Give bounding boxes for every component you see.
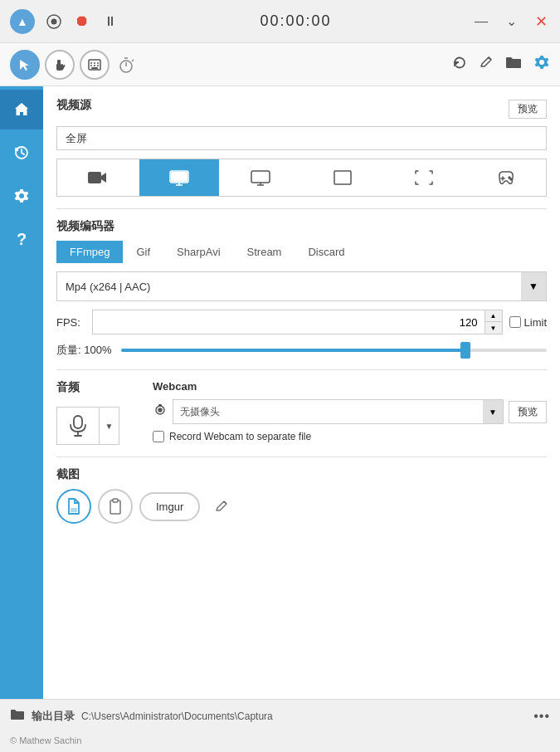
record-icon[interactable]: ⏺ [73, 12, 91, 31]
svg-point-15 [539, 60, 544, 65]
title-bar-left: ▲ ⏺ ⏸ [10, 9, 119, 34]
webcam-checkbox-label: Record Webcam to separate file [169, 431, 311, 442]
gear-icon[interactable] [533, 54, 550, 75]
stopwatch-icon[interactable] [114, 53, 138, 76]
webcam-preview-button[interactable]: 预览 [509, 401, 547, 423]
svg-line-13 [132, 60, 134, 61]
source-region-button[interactable] [303, 159, 383, 196]
footer: 输出目录 C:\Users\Administrator\Documents\Ca… [0, 699, 560, 732]
svg-rect-23 [171, 172, 187, 182]
quality-thumb[interactable] [460, 342, 470, 359]
up-arrow-icon[interactable]: ▲ [10, 9, 35, 34]
screenshot-icon[interactable] [45, 12, 63, 31]
divider-3 [56, 457, 547, 457]
divider-1 [56, 208, 547, 209]
fps-spinners: ▲ ▼ [485, 310, 502, 334]
svg-point-31 [510, 178, 512, 180]
folder-icon[interactable] [505, 56, 522, 73]
screenshot-imgur-button[interactable]: Imgur [139, 492, 200, 521]
audio-mic-button[interactable] [57, 408, 99, 444]
audio-label: 音频 [56, 380, 139, 395]
svg-marker-19 [101, 173, 106, 183]
divider-2 [56, 369, 547, 370]
fps-spin-down[interactable]: ▼ [485, 322, 502, 334]
copyright: © Mathew Sachin [0, 732, 560, 752]
video-source-label: 视频源 [56, 98, 91, 113]
footer-more-button[interactable]: ••• [533, 709, 550, 724]
fps-input-wrap: ▲ ▼ [92, 310, 503, 334]
webcam-dropdown-arrow[interactable]: ▼ [483, 400, 503, 423]
svg-rect-24 [251, 171, 270, 183]
hand-tool-button[interactable] [45, 50, 75, 80]
sidebar-item-history[interactable] [0, 133, 43, 173]
svg-rect-37 [158, 404, 162, 407]
cursor-tool-button[interactable] [10, 50, 40, 80]
limit-checkbox[interactable] [509, 316, 521, 328]
sidebar-item-settings[interactable] [0, 176, 43, 216]
format-dropdown-arrow[interactable]: ▼ [521, 272, 546, 300]
svg-rect-27 [334, 171, 351, 184]
refresh-icon[interactable] [452, 55, 467, 74]
source-monitor-button[interactable] [221, 159, 301, 196]
quality-track [121, 349, 547, 352]
limit-label: Limit [524, 316, 547, 329]
quality-slider-wrap[interactable] [121, 343, 547, 358]
svg-point-30 [509, 177, 510, 178]
quality-label: 质量: 100% [56, 343, 114, 358]
sidebar-item-home[interactable] [0, 90, 43, 129]
webcam-separate-file-checkbox[interactable] [153, 431, 164, 442]
toolbar-right [452, 54, 550, 75]
source-webcam-button[interactable] [57, 159, 138, 196]
pause-icon[interactable]: ⏸ [101, 12, 119, 31]
svg-point-1 [51, 18, 57, 24]
encoder-tab-discard[interactable]: Discard [295, 241, 358, 263]
close-icon[interactable]: ✕ [532, 12, 550, 31]
webcam-select-row: 无摄像头 ▼ 预览 [153, 399, 547, 424]
fps-input[interactable] [93, 313, 485, 332]
encoder-tabs: FFmpeg Gif SharpAvi Stream Discard [56, 241, 547, 263]
svg-rect-32 [74, 416, 82, 428]
webcam-checkbox-row: Record Webcam to separate file [153, 431, 547, 442]
toolbar-left [10, 50, 138, 80]
encoder-tab-stream[interactable]: Stream [234, 241, 295, 263]
audio-webcam-row: 音频 ▼ Webcam [56, 380, 547, 445]
minimize-icon[interactable]: — [472, 12, 490, 31]
svg-line-41 [224, 501, 226, 504]
video-preview-button[interactable]: 预览 [509, 100, 547, 119]
chevron-down-icon[interactable]: ⌄ [502, 12, 520, 31]
sidebar-item-help[interactable]: ? [0, 219, 43, 259]
footer-label: 输出目录 [32, 709, 75, 724]
format-dropdown-value: Mp4 (x264 | AAC) [57, 275, 521, 299]
audio-btn-wrap: ▼ [56, 407, 119, 445]
video-encoder-label: 视频编码器 [56, 219, 547, 234]
pencil-icon[interactable] [479, 55, 494, 74]
main-layout: ? 视频源 预览 [0, 86, 560, 699]
screenshot-buttons: Imgur [56, 489, 547, 524]
source-screen-button[interactable] [139, 159, 220, 196]
format-dropdown[interactable]: Mp4 (x264 | AAC) ▼ [56, 271, 547, 301]
svg-line-14 [489, 57, 491, 60]
screenshot-save-button[interactable] [56, 489, 91, 524]
webcam-dropdown[interactable]: 无摄像头 ▼ [173, 399, 504, 424]
footer-folder-icon [10, 709, 25, 724]
toolbar [0, 43, 560, 86]
encoder-tab-ffmpeg[interactable]: FFmpeg [56, 241, 123, 263]
audio-dropdown-button[interactable]: ▼ [99, 408, 119, 444]
fps-label: FPS: [56, 316, 85, 329]
webcam-dropdown-value: 无摄像头 [173, 401, 483, 423]
fps-spin-up[interactable]: ▲ [485, 310, 502, 322]
footer-path: C:\Users\Administrator\Documents\Captura [81, 710, 527, 722]
encoder-tab-sharpavi[interactable]: SharpAvi [163, 241, 234, 263]
encoder-tab-gif[interactable]: Gif [123, 241, 163, 263]
source-gamepad-button[interactable] [466, 159, 547, 196]
webcam-icon [153, 403, 168, 420]
svg-point-17 [19, 193, 24, 198]
screenshot-edit-button[interactable] [207, 491, 236, 521]
screenshot-clipboard-button[interactable] [98, 489, 133, 524]
webcam-section: Webcam 无摄像头 ▼ 预览 [153, 380, 547, 445]
source-custom-region-button[interactable] [384, 159, 465, 196]
video-source-input[interactable] [56, 126, 547, 150]
svg-rect-40 [113, 499, 118, 502]
keyboard-tool-button[interactable] [80, 50, 110, 80]
video-source-header: 视频源 预览 [56, 98, 547, 120]
